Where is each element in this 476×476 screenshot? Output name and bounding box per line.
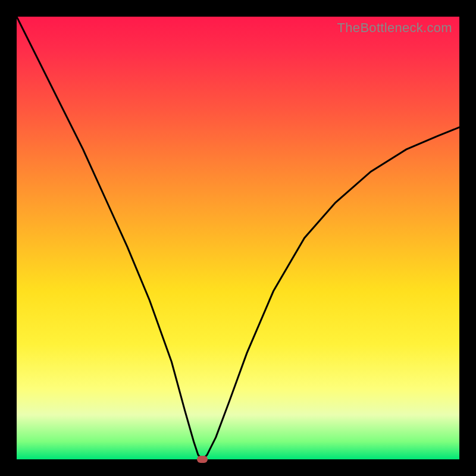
plot-area: TheBottleneck.com xyxy=(17,17,459,459)
bottleneck-curve xyxy=(17,17,459,459)
optimal-marker xyxy=(197,456,208,463)
chart-frame: TheBottleneck.com xyxy=(0,0,476,476)
curve-path xyxy=(17,17,459,459)
